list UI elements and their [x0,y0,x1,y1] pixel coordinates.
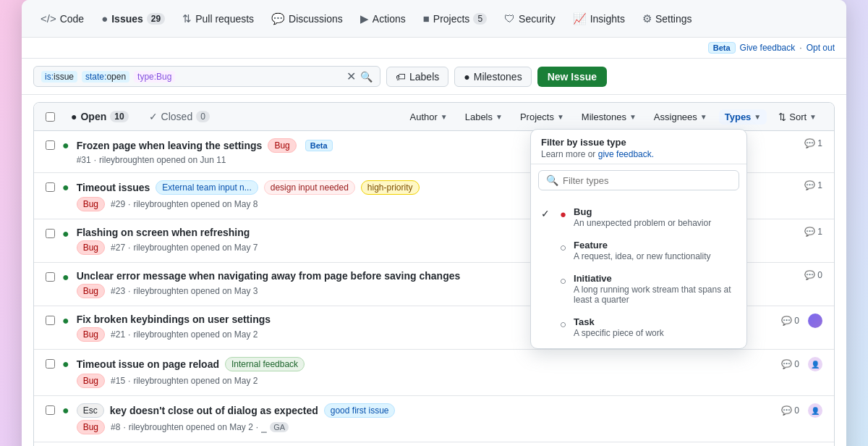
milestones-filter[interactable]: Milestones ▼ [576,109,642,125]
issue-number: #8 [111,422,120,432]
search-clear-icon[interactable]: ✕ [346,70,356,83]
search-tag-state: state:open [82,71,129,83]
task-content: Task A specific piece of work [574,316,664,338]
issue-checkbox[interactable] [46,405,55,415]
nav-actions[interactable]: ▶ Actions [353,8,413,30]
labels-filter[interactable]: Labels ▼ [459,109,509,125]
comment-action[interactable]: 💬 0 [781,316,799,326]
issue-actions: 💬 0 [804,270,822,280]
comment-action[interactable]: 💬 1 [804,180,822,190]
label-bug[interactable]: Bug [77,327,105,342]
search-row: is:issue state:open type:Bug ✕ 🔍 🏷 Label… [33,66,835,87]
dropdown-search-input[interactable] [563,175,731,186]
dropdown-items: ✓ ● Bug An unexpected problem or behavio… [531,196,746,348]
issue-title-text: key doesn't close out of dialog as expec… [110,405,318,416]
issue-title-text: Flashing on screen when refreshing [77,227,250,238]
issue-title[interactable]: Esc key doesn't close out of dialog as e… [77,403,774,418]
issue-checkbox[interactable] [46,316,55,325]
search-tag-type: type:Bug [134,71,175,83]
issue-open-icon: ● [62,314,69,327]
label-design[interactable]: design input needed [264,180,355,195]
types-filter-label: Types [725,112,752,122]
issue-number: #29 [111,199,125,209]
issue-title[interactable]: Timeout issue on page reload Internal fe… [77,357,774,371]
closed-label: Closed [161,111,193,122]
feature-label: Feature [574,240,710,251]
new-issue-button[interactable]: New Issue [537,67,607,87]
label-bug[interactable]: Bug [268,138,296,153]
tab-closed[interactable]: ✓ Closed 0 [145,109,214,125]
pull-requests-icon: ⇅ [182,12,192,25]
issue-checkbox[interactable] [46,182,55,192]
search-bar[interactable]: is:issue state:open type:Bug ✕ 🔍 [33,66,380,87]
nav-insights[interactable]: 📈 Insights [566,8,632,30]
label-bug[interactable]: Bug [77,284,105,298]
comment-action[interactable]: 💬 0 [781,359,799,369]
nav-settings-label: Settings [655,13,692,25]
projects-filter[interactable]: Projects ▼ [514,109,570,125]
types-filter[interactable]: Types ▼ [719,109,767,125]
nav-pull-requests[interactable]: ⇅ Pull requests [175,8,261,30]
sort-filter[interactable]: ⇅ Sort ▼ [773,109,822,125]
new-issue-label: New Issue [548,71,597,83]
search-tag-is: is:issue [41,71,77,83]
issue-checkbox[interactable] [46,140,55,150]
comment-action[interactable]: 💬 0 [781,405,799,416]
dropdown-item-initiative[interactable]: ○ Initiative A long running work stream … [531,267,746,311]
sort-caret: ▼ [809,113,817,121]
nav-projects[interactable]: ■ Projects 5 [416,8,494,29]
issue-checkbox[interactable] [46,229,55,238]
open-count: 10 [110,111,128,122]
assignees-filter[interactable]: Assignees ▼ [648,109,713,125]
comment-action[interactable]: 💬 1 [804,227,822,237]
author-filter[interactable]: Author ▼ [404,109,453,125]
issue-checkbox[interactable] [46,272,55,282]
label-bug[interactable]: Bug [77,240,105,255]
issue-checkbox[interactable] [46,359,55,369]
top-nav: </> Code ● Issues 29 ⇅ Pull requests 💬 D… [22,0,846,38]
label-bug[interactable]: Bug [77,197,105,211]
milestones-button[interactable]: ● Milestones [454,67,531,87]
opt-out-link[interactable]: Opt out [807,43,835,53]
labels-button[interactable]: 🏷 Labels [386,67,448,87]
label-bug[interactable]: Bug [77,420,105,434]
initiative-description: A long running work stream that spans at… [574,285,736,305]
dropdown-item-task[interactable]: ○ Task A specific piece of work [531,311,746,344]
issue-actions: 💬 1 [804,227,822,237]
issue-title-text: Timeout issue on page reload [77,358,219,370]
label-high-priority[interactable]: high-priority [361,180,420,195]
comment-action[interactable]: 💬 1 [804,138,822,148]
nav-discussions[interactable]: 💬 Discussions [264,8,350,30]
give-feedback-link[interactable]: Give feedback [740,43,796,53]
nav-issues-label: Issues [111,13,143,25]
nav-settings[interactable]: ⚙ Settings [635,8,699,30]
search-tag-issue: issue [54,72,74,82]
dropdown-item-bug[interactable]: ✓ ● Bug An unexpected problem or behavio… [531,201,746,234]
types-dropdown: Filter by issue type Learn more or give … [530,129,747,349]
dropdown-item-feature[interactable]: ○ Feature A request, idea, or new functi… [531,234,746,267]
nav-code[interactable]: </> Code [33,8,91,29]
label-good-first-issue[interactable]: good first issue [324,403,396,418]
open-icon: ● [71,111,77,122]
settings-icon: ⚙ [642,12,652,25]
comment-action[interactable]: 💬 0 [804,270,822,280]
select-all-checkbox[interactable] [46,112,55,122]
issue-open-icon: ● [62,271,69,284]
avatar: 👤 [808,403,822,418]
issues-icon: ● [101,12,108,25]
label-internal-feedback[interactable]: Internal feedback [225,357,305,371]
label-external[interactable]: External team input n... [156,180,258,195]
author-label: Author [409,112,437,122]
issue-opened-by: rileybroughten opened on May 2 [133,376,258,386]
issues-container: ● Open 10 ✓ Closed 0 Author ▼ Labels ▼ [33,102,835,446]
open-label: Open [80,111,106,122]
issue-content: Esc key doesn't close out of dialog as e… [77,403,774,434]
issues-toolbar: ● Open 10 ✓ Closed 0 Author ▼ Labels ▼ [34,103,834,131]
dropdown-feedback-link[interactable]: give feedback. [598,149,654,159]
nav-issues[interactable]: ● Issues 29 [94,8,172,29]
label-bug[interactable]: Bug [77,374,105,388]
issue-meta: Bug #8 · rileybroughten opened on May 2 … [77,420,774,434]
nav-security[interactable]: 🛡 Security [497,8,563,29]
tab-open[interactable]: ● Open 10 [67,109,133,125]
issue-title-text: Timeout issues [77,182,150,193]
